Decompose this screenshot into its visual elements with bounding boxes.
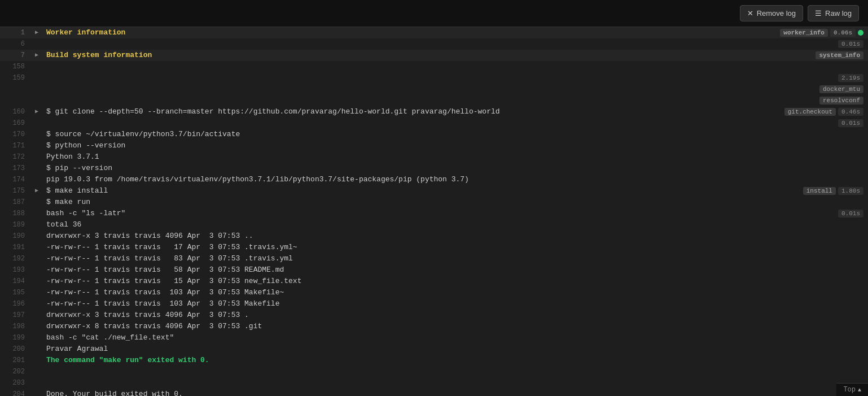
line-number: 159 bbox=[0, 72, 32, 84]
line-content bbox=[42, 366, 863, 377]
log-row-201: 201 The command "make run" exited with 0… bbox=[0, 355, 868, 366]
line-number: 160 bbox=[0, 106, 32, 118]
line-meta bbox=[863, 310, 868, 321]
line-arrow bbox=[32, 230, 42, 242]
line-meta bbox=[863, 174, 868, 185]
line-content bbox=[42, 118, 838, 129]
line-number: 188 bbox=[0, 208, 32, 219]
line-meta bbox=[863, 61, 868, 72]
line-content bbox=[42, 95, 819, 106]
line-arrow bbox=[32, 276, 42, 287]
bottom-bar: Top ▲ bbox=[836, 383, 868, 396]
line-arrow bbox=[32, 389, 42, 396]
log-row-190: 190 drwxrwxr-x 3 travis travis 4096 Apr … bbox=[0, 230, 868, 242]
expand-arrow[interactable]: ▶ bbox=[32, 50, 42, 61]
line-content: Pravar Agrawal bbox=[42, 343, 863, 355]
line-arrow bbox=[32, 366, 42, 377]
line-number: 197 bbox=[0, 310, 32, 321]
line-content: drwxrwxr-x 3 travis travis 4096 Apr 3 07… bbox=[42, 310, 863, 321]
line-content-highlight: The command "make run" exited with 0. bbox=[42, 355, 863, 366]
line-meta: resolvconf bbox=[819, 95, 868, 106]
line-arrow bbox=[32, 118, 42, 129]
log-row-160: 160 ▶ $ git clone --depth=50 --branch=ma… bbox=[0, 106, 868, 118]
line-meta: 0.01s bbox=[838, 38, 868, 50]
line-content: Done. Your build exited with 0. bbox=[42, 389, 863, 396]
log-row-197: 197 drwxrwxr-x 3 travis travis 4096 Apr … bbox=[0, 310, 868, 321]
line-number: 192 bbox=[0, 253, 32, 264]
log-row-187: 187 $ make run bbox=[0, 197, 868, 208]
line-content bbox=[42, 61, 863, 72]
line-arrow bbox=[32, 343, 42, 355]
expand-arrow[interactable]: ▶ bbox=[32, 185, 42, 197]
raw-log-button[interactable]: ☰ Raw log bbox=[808, 5, 859, 21]
line-number: 196 bbox=[0, 298, 32, 310]
line-number: 190 bbox=[0, 230, 32, 242]
line-arrow bbox=[32, 298, 42, 310]
line-content bbox=[42, 377, 863, 389]
line-arrow bbox=[32, 72, 42, 84]
line-content: Build system information bbox=[42, 50, 816, 61]
line-arrow bbox=[32, 38, 42, 50]
raw-log-icon: ☰ bbox=[815, 9, 822, 18]
badge-git-checkout: git.checkout bbox=[784, 108, 836, 116]
expand-arrow[interactable]: ▶ bbox=[32, 106, 42, 118]
line-arrow bbox=[32, 197, 42, 208]
line-number bbox=[0, 95, 32, 106]
log-row-build-system: 7 ▶ Build system information system_info bbox=[0, 50, 868, 61]
log-row-200: 200 Pravar Agrawal bbox=[0, 343, 868, 355]
line-content: bash -c "ls -latr" bbox=[42, 208, 838, 219]
line-arrow bbox=[32, 219, 42, 230]
log-container[interactable]: 1 ▶ Worker information worker_info 0.06s… bbox=[0, 27, 868, 396]
line-content: $ python --version bbox=[42, 140, 863, 151]
line-meta: worker_info 0.06s bbox=[780, 27, 868, 38]
line-meta bbox=[863, 366, 868, 377]
badge-docker-mtu: docker_mtu bbox=[819, 85, 863, 93]
line-arrow bbox=[32, 95, 42, 106]
line-arrow bbox=[32, 253, 42, 264]
line-number: 200 bbox=[0, 343, 32, 355]
line-content: $ pip --version bbox=[42, 163, 863, 174]
line-number: 191 bbox=[0, 242, 32, 253]
log-row-191: 191 -rw-rw-r-- 1 travis travis 17 Apr 3 … bbox=[0, 242, 868, 253]
remove-log-button[interactable]: ✕ Remove log bbox=[740, 5, 803, 21]
line-number: 175 bbox=[0, 185, 32, 197]
line-content: $ git clone --depth=50 --branch=master h… bbox=[42, 106, 784, 118]
line-meta bbox=[863, 276, 868, 287]
line-content: -rw-rw-r-- 1 travis travis 83 Apr 3 07:5… bbox=[42, 253, 863, 264]
line-number: 203 bbox=[0, 377, 32, 389]
line-content: $ make install bbox=[42, 185, 803, 197]
remove-log-icon: ✕ bbox=[747, 9, 753, 18]
line-number: 204 bbox=[0, 389, 32, 396]
line-meta bbox=[863, 163, 868, 174]
line-content: bash -c "cat ./new_file.text" bbox=[42, 332, 863, 343]
line-number: 194 bbox=[0, 276, 32, 287]
line-number: 171 bbox=[0, 140, 32, 151]
line-content bbox=[42, 38, 838, 50]
log-row-188: 188 bash -c "ls -latr" 0.01s bbox=[0, 208, 868, 219]
line-content: total 36 bbox=[42, 219, 863, 230]
expand-arrow[interactable]: ▶ bbox=[32, 27, 42, 38]
line-arrow bbox=[32, 163, 42, 174]
top-bar: ✕ Remove log ☰ Raw log bbox=[0, 0, 868, 27]
line-meta bbox=[863, 332, 868, 343]
line-content bbox=[42, 84, 819, 95]
line-meta bbox=[863, 343, 868, 355]
line-number: 1 bbox=[0, 27, 32, 38]
top-label[interactable]: Top bbox=[843, 386, 856, 394]
line-arrow bbox=[32, 84, 42, 95]
log-row-171: 171 $ python --version bbox=[0, 140, 868, 151]
time-badge: 0.46s bbox=[838, 108, 863, 116]
line-arrow bbox=[32, 61, 42, 72]
line-meta bbox=[863, 230, 868, 242]
line-meta bbox=[863, 219, 868, 230]
line-number: 198 bbox=[0, 321, 32, 332]
line-number: 158 bbox=[0, 61, 32, 72]
line-content: -rw-rw-r-- 1 travis travis 103 Apr 3 07:… bbox=[42, 287, 863, 298]
line-number: 202 bbox=[0, 366, 32, 377]
log-row-170: 170 $ source ~/virtualenv/python3.7/bin/… bbox=[0, 129, 868, 140]
line-arrow bbox=[32, 129, 42, 140]
line-content: -rw-rw-r-- 1 travis travis 15 Apr 3 07:5… bbox=[42, 276, 863, 287]
line-arrow bbox=[32, 208, 42, 219]
line-arrow bbox=[32, 151, 42, 163]
log-row-199: 199 bash -c "cat ./new_file.text" bbox=[0, 332, 868, 343]
